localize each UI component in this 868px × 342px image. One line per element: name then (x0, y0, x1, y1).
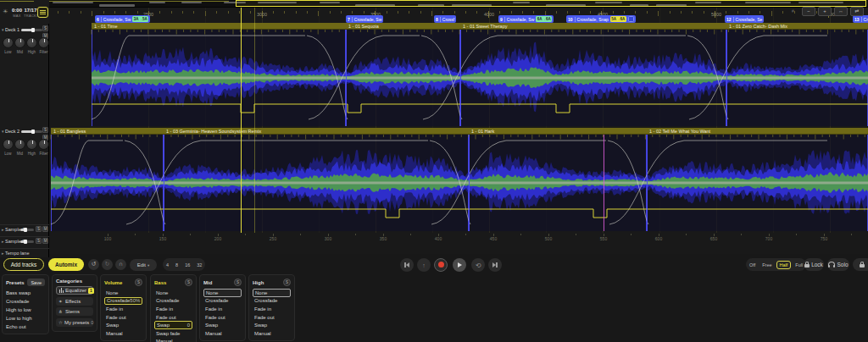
sample-volume-slider[interactable] (20, 240, 34, 243)
sample-mute-button[interactable]: M (42, 238, 48, 244)
zoom-in-button[interactable]: + (818, 7, 832, 16)
transition-option[interactable]: Fade out (104, 313, 142, 322)
transition-option[interactable]: Manual (154, 338, 192, 342)
transition-option[interactable]: Fade out (154, 313, 192, 322)
grid-size-option[interactable]: 8 (172, 262, 181, 268)
preset-item[interactable]: Crossfade (6, 297, 45, 306)
undo-button[interactable]: ↺ (88, 259, 99, 270)
knob-high[interactable] (26, 139, 37, 150)
deck-header[interactable]: ▾ Deck 1 (2, 27, 19, 32)
transition-option[interactable]: None (154, 289, 192, 297)
add-tracks-button[interactable]: Add tracks (3, 258, 44, 271)
sample-mute-button[interactable]: M (42, 226, 48, 232)
transition-option[interactable]: Manual (253, 329, 291, 338)
solo-button[interactable]: Solo (827, 258, 849, 271)
transition-option[interactable]: Fade out (253, 313, 291, 322)
band-solo-button[interactable]: S (234, 279, 242, 286)
grid-size-option[interactable]: 32 (193, 262, 205, 268)
transition-marker[interactable]: 7Crossfade, Sw (346, 15, 383, 23)
band-solo-button[interactable]: S (135, 279, 142, 286)
transition-marker[interactable]: 6Crossfade, Sw3A→5A (95, 15, 150, 23)
skip-back-button[interactable] (400, 258, 414, 272)
deck-volume-slider[interactable] (21, 130, 42, 133)
transition-marker[interactable]: 9Crossfade, Sw6A→6A (498, 15, 554, 23)
category-item[interactable]: ☆My presets0 (56, 318, 93, 327)
audio-clip[interactable] (92, 23, 346, 126)
knob-low[interactable] (3, 37, 14, 48)
category-item[interactable]: ⋔Stems (56, 307, 93, 316)
clip-title[interactable]: 1 - 03 Germinia- Heaven Soundsystem Remi… (164, 128, 469, 135)
tempo-mode-option[interactable]: Off (746, 262, 759, 268)
tempo-mode-option[interactable]: Free (759, 262, 775, 268)
transition-marker[interactable]: 8Crossf (434, 15, 456, 23)
transition-option[interactable]: Fade in (104, 305, 142, 313)
transition-option[interactable]: Fade in (154, 305, 192, 313)
grid-size-option[interactable]: 4 (163, 262, 172, 268)
skip-forward-button[interactable] (488, 258, 502, 272)
audio-clip[interactable] (469, 128, 647, 231)
deck-solo-button[interactable]: S (42, 25, 48, 31)
transition-option[interactable]: Crossfade (203, 297, 242, 306)
deck-volume-slider[interactable] (21, 29, 42, 31)
transition-option[interactable]: Crossfade (253, 297, 291, 306)
playhead[interactable] (241, 8, 242, 233)
audio-clip[interactable] (346, 23, 460, 126)
transition-option[interactable]: Crossfade50% (104, 297, 142, 306)
band-solo-button[interactable]: S (283, 279, 291, 286)
tracklist-button[interactable] (37, 7, 48, 18)
audio-clip[interactable] (51, 128, 164, 231)
transition-marker[interactable]: 13Crossfade, Sw (853, 15, 868, 23)
preset-item[interactable]: High to low (6, 306, 45, 314)
transition-option[interactable]: Manual (104, 329, 142, 338)
transition-option[interactable]: Swap (203, 321, 242, 329)
snap-magnet-button[interactable]: ∩ (115, 259, 126, 270)
tempo-mode-option[interactable]: Half (776, 261, 792, 269)
knob-low[interactable] (3, 139, 14, 150)
preset-item[interactable]: Echo out (6, 323, 45, 331)
automix-button[interactable]: Automix (48, 258, 84, 271)
knob-filter[interactable] (38, 139, 49, 150)
jump-to-playhead-button[interactable]: ↑ (417, 258, 431, 272)
edit-menu-button[interactable]: Edit ▾ (130, 259, 157, 271)
transition-marker[interactable]: 12Crossfade, Se (725, 15, 764, 23)
zoom-out-button[interactable]: − (802, 7, 815, 16)
knob-mid[interactable] (14, 37, 25, 48)
transition-marker[interactable]: 10Crossfade, Snap5A→6A (566, 15, 636, 23)
grid-size-option[interactable]: 16 (181, 262, 193, 268)
transition-option[interactable]: Swap (253, 321, 291, 329)
minimap-viewport[interactable] (236, 0, 866, 7)
auto-mode-icon[interactable]: ☀ (3, 8, 8, 15)
transition-option[interactable]: Swap fade (154, 329, 192, 338)
transition-option[interactable]: None (203, 289, 242, 297)
preset-item[interactable]: Bass swap (6, 289, 45, 297)
timeline[interactable]: 2500300035004000450050005500100150200250… (49, 0, 868, 254)
deck-solo-button[interactable]: S (42, 127, 48, 133)
category-item[interactable]: ✦Effects (56, 297, 93, 306)
redo-button[interactable]: ↻ (102, 259, 113, 270)
audio-clip[interactable] (460, 23, 726, 126)
band-solo-button[interactable]: S (185, 279, 192, 286)
transition-option[interactable]: Swap0 (154, 321, 192, 329)
clip-title[interactable]: 1 - 01 Sequoia (346, 23, 460, 30)
knob-high[interactable] (26, 37, 37, 48)
transition-option[interactable]: Crossfade (154, 297, 192, 306)
transition-option[interactable]: Swap (104, 321, 142, 329)
preset-item[interactable]: Low to high (6, 314, 45, 323)
loop-button[interactable]: ⟲ (471, 258, 485, 272)
transition-option[interactable]: Fade in (253, 305, 291, 313)
tempo-mode-selector[interactable]: OffFreeHalfFull (746, 258, 806, 271)
zoom-fit-button[interactable]: ↔ (834, 7, 848, 16)
transition-option[interactable]: None (253, 289, 291, 297)
category-item[interactable]: Equalizer1 (56, 286, 93, 295)
grid-size-selector[interactable]: 481632 (163, 258, 205, 271)
sample-solo-button[interactable]: S (36, 238, 42, 244)
knob-filter[interactable] (38, 37, 49, 48)
transition-option[interactable]: Manual (203, 329, 242, 338)
zoom-selection-button[interactable]: ⇄ (850, 7, 864, 16)
transition-option[interactable]: Fade out (203, 313, 242, 322)
secondary-lock-button[interactable] (853, 258, 868, 271)
record-button[interactable] (434, 258, 448, 272)
clip-title[interactable]: 1 - 01 Hark (469, 128, 647, 135)
save-preset-button[interactable]: Save (27, 279, 45, 286)
audio-clip[interactable] (647, 128, 868, 231)
